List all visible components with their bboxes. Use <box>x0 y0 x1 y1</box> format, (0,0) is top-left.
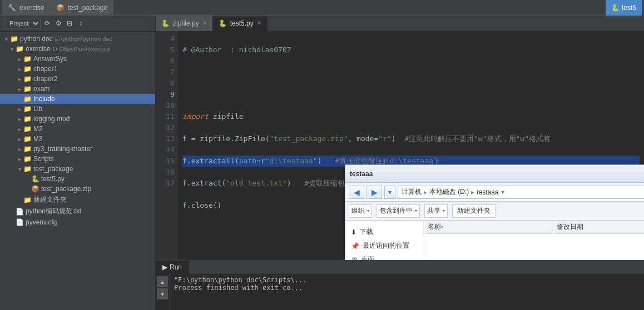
code-area: 🐍 zipfile.py ✕ 🐍 test5.py ✕ 4 5 6 7 8 <box>156 16 644 260</box>
arrow-python-doc: ▾ <box>2 36 10 42</box>
tree-item-pyvenv[interactable]: 📄 pyvenv.cfg <box>0 217 155 227</box>
new-folder-btn[interactable]: 新建文件夹 <box>452 204 496 218</box>
tree-item-exam[interactable]: ▸ 📁 exam <box>0 84 155 94</box>
right-tab: 🐍 test5 <box>606 0 642 16</box>
folder-icon-test-package: 📁 <box>23 165 32 173</box>
breadcrumb-sep3: ▾ <box>501 188 504 196</box>
tab-test5[interactable]: 🐍 test5.py ✕ <box>213 16 267 31</box>
sync-icon[interactable]: ⟳ <box>43 19 52 28</box>
label-test-package-zip: test_package.zip <box>41 185 91 193</box>
tree-item-exercise[interactable]: ▾ 📁 exercise D:\06python\exercise <box>0 44 155 54</box>
arrow-exam: ▸ <box>16 86 23 92</box>
tab-exercise[interactable]: 🔧 exercise <box>2 0 51 16</box>
label-test-package: test_package <box>33 165 73 173</box>
tab-test-package-label: test_package <box>68 4 107 12</box>
label-scripts: Scripts <box>33 155 54 163</box>
arrow-chaper1: ▸ <box>16 66 23 72</box>
nav-up-btn[interactable]: ▾ <box>384 186 395 199</box>
share-btn[interactable]: 共享 ▾ <box>424 204 448 218</box>
tree-item-test-package[interactable]: ▾ 📁 test_package <box>0 164 155 174</box>
label-lib: Lib <box>33 105 42 113</box>
nav-forward-btn[interactable]: ▶ <box>366 186 382 199</box>
bottom-tab-run[interactable]: ▶ Run <box>156 261 189 274</box>
desktop-icon: 🖥 <box>351 256 358 261</box>
tab-zipfile[interactable]: 🐍 zipfile.py ✕ <box>156 16 213 31</box>
dialog-file-area: 名称 ▾ 修改日期 类型 大小 该文件夹为空。 <box>423 221 644 260</box>
col-name[interactable]: 名称 ▾ <box>423 221 552 233</box>
tree-item-new-folder[interactable]: 📁 新建文件夹 <box>0 194 155 206</box>
tree-item-py3-training[interactable]: ▸ 📁 py3_training-master <box>0 144 155 154</box>
scroll-down-btn[interactable]: ▼ <box>157 288 168 299</box>
back-arrow-icon: ◀ <box>354 188 360 197</box>
sidebar: Project ⟳ ⚙ ⊟ ↕ ▾ 📁 python doc E:\python… <box>0 16 156 310</box>
zipfile-tab-icon: 🐍 <box>161 19 170 27</box>
nav-item-download[interactable]: ⬇ 下载 <box>345 225 423 239</box>
dialog-title-label: testaaa <box>350 170 373 178</box>
add-to-library-btn[interactable]: 包含到库中 ▾ <box>377 204 420 218</box>
arrow-answersys: ▸ <box>16 56 23 62</box>
arrow-scripts: ▸ <box>16 156 23 162</box>
test5-tab-close[interactable]: ✕ <box>257 20 261 26</box>
folder-icon-include: 📁 <box>23 95 32 103</box>
arrow-m2: ▸ <box>16 126 23 132</box>
tree-item-scripts[interactable]: ▸ 📁 Scripts <box>0 154 155 164</box>
organize-arrow-icon: ▾ <box>367 208 369 213</box>
tree-item-coding-rules[interactable]: 📄 python编码规范.txt <box>0 206 155 217</box>
sidebar-toolbar: Project ⟳ ⚙ ⊟ ↕ <box>0 16 155 32</box>
nav-item-desktop[interactable]: 🖥 桌面 <box>345 253 423 260</box>
path-exercise: D:\06python\exercise <box>53 46 110 52</box>
main-layout: Project ⟳ ⚙ ⊟ ↕ ▾ 📁 python doc E:\python… <box>0 16 644 310</box>
breadcrumb-bar[interactable]: 计算机 ▸ 本地磁盘 (D:) ▸ testaaa ▾ <box>398 186 644 199</box>
folder-icon-answersys: 📁 <box>23 55 32 63</box>
tree-item-include[interactable]: 📁 Include <box>0 94 155 104</box>
tree-item-python-doc[interactable]: ▾ 📁 python doc E:\python\python doc <box>0 34 155 44</box>
tree-item-m3[interactable]: ▸ 📁 M3 <box>0 134 155 144</box>
tab-test-package[interactable]: 📦 test_package <box>51 0 113 16</box>
label-logging-mod: logging mod <box>33 115 70 123</box>
folder-icon-py3-training: 📁 <box>23 145 32 153</box>
folder-icon-exam: 📁 <box>23 85 32 93</box>
scroll-up-btn[interactable]: ▲ <box>157 276 168 287</box>
zipfile-tab-close[interactable]: ✕ <box>202 20 207 26</box>
tab-exercise-label: exercise <box>19 4 44 12</box>
label-m3: M3 <box>33 135 43 143</box>
organize-btn[interactable]: 组织 ▾ <box>349 204 372 218</box>
gear-icon[interactable]: ⚙ <box>54 19 63 28</box>
tree-item-lib[interactable]: ▸ 📁 Lib <box>0 104 155 114</box>
folder-icon-lib: 📁 <box>23 105 32 113</box>
tree-item-logging-mod[interactable]: ▸ 📁 logging mod <box>0 114 155 124</box>
run-line-1: "E:\python\python doc\Scripts\... <box>174 276 640 284</box>
nav-item-recent[interactable]: 📌 最近访问的位置 <box>345 239 423 253</box>
code-line-6 <box>182 89 640 100</box>
label-new-folder: 新建文件夹 <box>33 195 67 204</box>
project-dropdown[interactable]: Project <box>4 18 41 29</box>
label-include: Include <box>33 95 55 103</box>
breadcrumb-folder: testaaa <box>477 188 498 196</box>
right-panel: 🐍 zipfile.py ✕ 🐍 test5.py ✕ 4 5 6 7 8 <box>156 16 644 310</box>
organize-label: 组织 <box>351 206 365 216</box>
code-line-4: # @Author : nicholas0707 <box>182 44 640 56</box>
file-explorer-dialog: testaaa — □ ✕ ◀ ▶ <box>345 164 644 260</box>
tree-item-test5-py[interactable]: 🐍 test5.py <box>0 174 155 184</box>
arrow-lib: ▸ <box>16 106 23 112</box>
layout-icon[interactable]: ⊟ <box>65 19 74 28</box>
path-python-doc: E:\python\python doc <box>55 36 112 42</box>
tree-item-answersys[interactable]: ▸ 📁 AnswerSys <box>0 54 155 64</box>
recent-icon: 📌 <box>351 242 359 250</box>
tree-item-m2[interactable]: ▸ 📁 M2 <box>0 124 155 134</box>
file-icon-pyvenv: 📄 <box>16 218 24 226</box>
arrow-py3-training: ▸ <box>16 146 23 152</box>
share-arrow-icon: ▾ <box>443 208 445 213</box>
tree-item-chaper2[interactable]: ▸ 📁 chaper2 <box>0 74 155 84</box>
dialog-file-sidebar: ⬇ 下载 📌 最近访问的位置 🖥 桌面 <box>345 221 423 260</box>
collapse-icon[interactable]: ↕ <box>76 19 85 28</box>
nav-back-btn[interactable]: ◀ <box>349 186 364 199</box>
label-answersys: AnswerSys <box>33 55 67 63</box>
col-date[interactable]: 修改日期 <box>552 221 644 233</box>
tree-item-chaper1[interactable]: ▸ 📁 chaper1 <box>0 64 155 74</box>
tree-item-test-package-zip[interactable]: 📦 test_package.zip <box>0 184 155 194</box>
arrow-logging-mod: ▸ <box>16 116 23 122</box>
run-icon: 🐍 <box>611 4 620 12</box>
line-numbers: 4 5 6 7 8 9 10 11 12 13 14 15 16 17 <box>156 31 178 260</box>
label-m2: M2 <box>33 125 43 133</box>
